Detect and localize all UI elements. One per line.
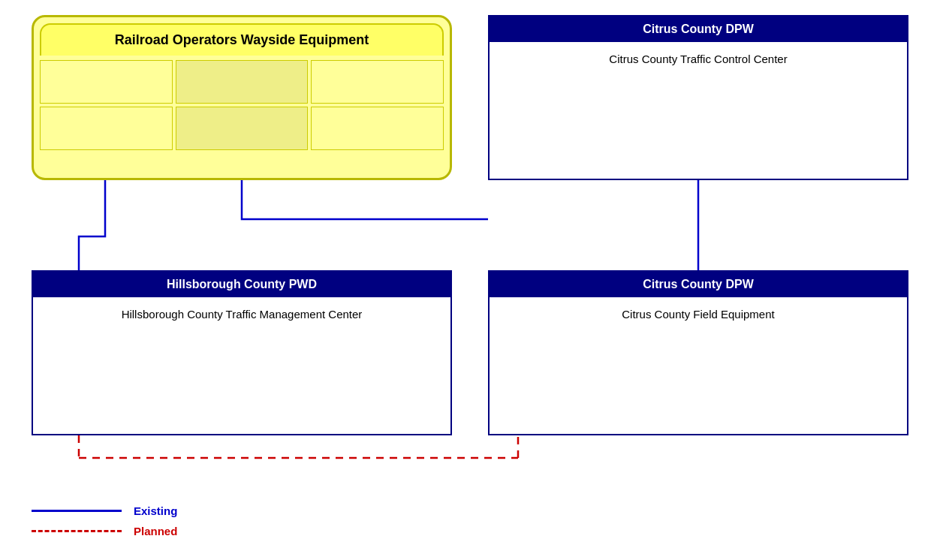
citrus-field-dept: Citrus County DPW [490, 272, 907, 297]
hillsborough-name: Hillsborough County Traffic Management C… [33, 297, 450, 331]
diagram-container: Railroad Operators Wayside Equipment Cit… [0, 0, 940, 560]
railroad-cell-4 [40, 107, 173, 150]
legend-planned-label: Planned [134, 525, 177, 537]
node-railroad: Railroad Operators Wayside Equipment [32, 15, 452, 180]
line-railroad-to-tcc [242, 180, 488, 219]
citrus-tcc-dept: Citrus County DPW [490, 17, 907, 42]
citrus-field-name: Citrus County Field Equipment [490, 297, 907, 331]
railroad-header: Railroad Operators Wayside Equipment [40, 23, 444, 56]
legend-line-planned [32, 530, 122, 532]
citrus-tcc-name: Citrus County Traffic Control Center [490, 42, 907, 76]
hillsborough-dept: Hillsborough County PWD [33, 272, 450, 297]
legend-line-existing [32, 510, 122, 512]
railroad-grid [40, 60, 444, 150]
railroad-cell-6 [311, 107, 444, 150]
legend-existing: Existing [32, 504, 177, 517]
node-citrus-tcc: Citrus County DPW Citrus County Traffic … [488, 15, 908, 180]
line-railroad-to-hillsborough [79, 180, 105, 270]
node-citrus-field: Citrus County DPW Citrus County Field Eq… [488, 270, 908, 435]
railroad-cell-5 [176, 107, 309, 150]
legend-planned: Planned [32, 525, 177, 537]
node-hillsborough: Hillsborough County PWD Hillsborough Cou… [32, 270, 452, 435]
railroad-cell-3 [311, 60, 444, 104]
railroad-cell-2 [176, 60, 309, 104]
legend: Existing Planned [32, 504, 177, 537]
railroad-cell-1 [40, 60, 173, 104]
legend-existing-label: Existing [134, 504, 177, 517]
